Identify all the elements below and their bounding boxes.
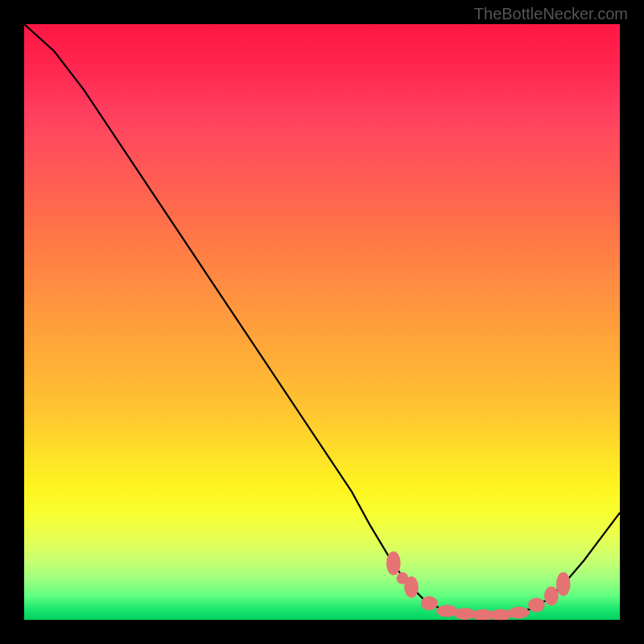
marker-point xyxy=(544,587,559,606)
marker-point xyxy=(528,598,545,613)
bottleneck-curve xyxy=(24,24,620,615)
marker-point xyxy=(490,609,512,620)
marker-point xyxy=(556,572,571,597)
marker-point xyxy=(386,551,401,576)
watermark-text: TheBottleNecker.com xyxy=(474,5,628,23)
chart-svg xyxy=(24,24,620,620)
plot-area xyxy=(24,24,620,620)
marker-point xyxy=(421,596,438,610)
optimal-markers xyxy=(386,551,571,620)
marker-point xyxy=(404,576,419,598)
marker-point xyxy=(508,607,530,619)
